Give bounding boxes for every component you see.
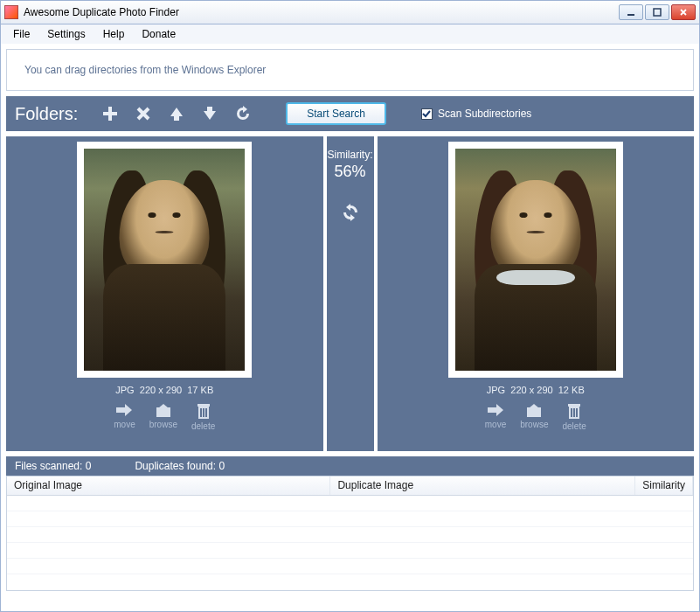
right-image-content	[455, 149, 616, 371]
move-up-button[interactable]	[165, 102, 188, 125]
right-delete-button[interactable]: delete	[562, 402, 586, 431]
right-browse-button[interactable]: browse	[520, 402, 548, 431]
table-row[interactable]	[7, 559, 693, 574]
minimize-button[interactable]	[619, 4, 643, 20]
menu-donate[interactable]: Donate	[133, 26, 184, 42]
svg-rect-1	[654, 9, 661, 16]
duplicates-found: Duplicates found: 0	[135, 460, 225, 472]
col-similarity[interactable]: Similarity	[635, 476, 693, 495]
left-image[interactable]	[77, 142, 252, 378]
col-duplicate[interactable]: Duplicate Image	[330, 476, 635, 495]
left-image-content	[84, 149, 245, 371]
folders-label: Folders:	[15, 104, 78, 124]
table-row[interactable]	[7, 543, 693, 559]
similarity-label: Similarity:	[327, 149, 372, 161]
svg-rect-10	[527, 407, 541, 417]
svg-rect-0	[627, 14, 634, 16]
svg-rect-6	[198, 404, 210, 407]
col-original[interactable]: Original Image	[7, 476, 330, 495]
similarity-value: 56%	[334, 163, 365, 181]
left-browse-button[interactable]: browse	[149, 402, 177, 431]
similarity-column: Similarity: 56%	[323, 136, 378, 451]
svg-rect-4	[156, 407, 170, 417]
table-row[interactable]	[7, 496, 693, 511]
svg-rect-14	[573, 408, 575, 417]
app-icon	[4, 5, 18, 19]
checkbox-icon	[421, 108, 433, 120]
svg-rect-3	[103, 112, 117, 115]
left-delete-button[interactable]: delete	[191, 402, 215, 431]
menubar: File Settings Help Donate	[0, 24, 700, 44]
svg-rect-7	[200, 408, 202, 417]
maximize-button[interactable]	[645, 4, 669, 20]
remove-folder-button[interactable]	[132, 102, 155, 125]
status-bar: Files scanned: 0 Duplicates found: 0	[6, 456, 694, 476]
svg-rect-12	[568, 404, 580, 407]
menu-file[interactable]: File	[4, 26, 38, 42]
results-table[interactable]: Original Image Duplicate Image Similarit…	[6, 476, 694, 591]
add-folder-button[interactable]	[99, 102, 121, 125]
menu-settings[interactable]: Settings	[38, 26, 94, 42]
compare-panel: JPG 220 x 290 17 KB move browse delete S…	[6, 136, 694, 451]
start-search-button[interactable]: Start Search	[286, 102, 386, 125]
left-image-pane: JPG 220 x 290 17 KB move browse delete	[6, 136, 323, 451]
move-down-button[interactable]	[198, 102, 221, 125]
left-move-button[interactable]: move	[114, 402, 135, 431]
svg-rect-9	[205, 408, 207, 417]
menu-help[interactable]: Help	[94, 26, 134, 42]
scan-subdirectories-checkbox[interactable]: Scan Subdirectories	[421, 108, 531, 120]
right-move-button[interactable]: move	[485, 402, 506, 431]
start-search-label: Start Search	[307, 108, 365, 120]
drag-hint[interactable]: You can drag directories from the Window…	[6, 49, 694, 91]
right-image-info: JPG 220 x 290 12 KB	[487, 385, 585, 395]
left-image-info: JPG 220 x 290 17 KB	[115, 385, 213, 395]
right-image[interactable]	[448, 142, 623, 378]
drag-hint-text: You can drag directories from the Window…	[24, 64, 266, 76]
svg-rect-13	[571, 408, 572, 417]
table-row[interactable]	[7, 527, 693, 543]
results-header: Original Image Duplicate Image Similarit…	[7, 476, 693, 496]
svg-rect-15	[576, 408, 578, 417]
table-row[interactable]	[7, 511, 693, 527]
files-scanned: Files scanned: 0	[15, 460, 91, 472]
swap-button[interactable]	[340, 202, 361, 226]
titlebar: Awesome Duplicate Photo Finder	[0, 0, 700, 24]
scan-subdirectories-label: Scan Subdirectories	[438, 108, 531, 120]
results-body	[7, 496, 693, 574]
close-button[interactable]	[671, 4, 696, 20]
window-title: Awesome Duplicate Photo Finder	[24, 6, 179, 18]
folders-toolbar: Folders: Start Search Scan Subdirectorie…	[6, 96, 694, 131]
refresh-button[interactable]	[232, 102, 254, 125]
svg-rect-8	[203, 408, 204, 417]
right-image-pane: JPG 220 x 290 12 KB move browse delete	[378, 136, 695, 451]
